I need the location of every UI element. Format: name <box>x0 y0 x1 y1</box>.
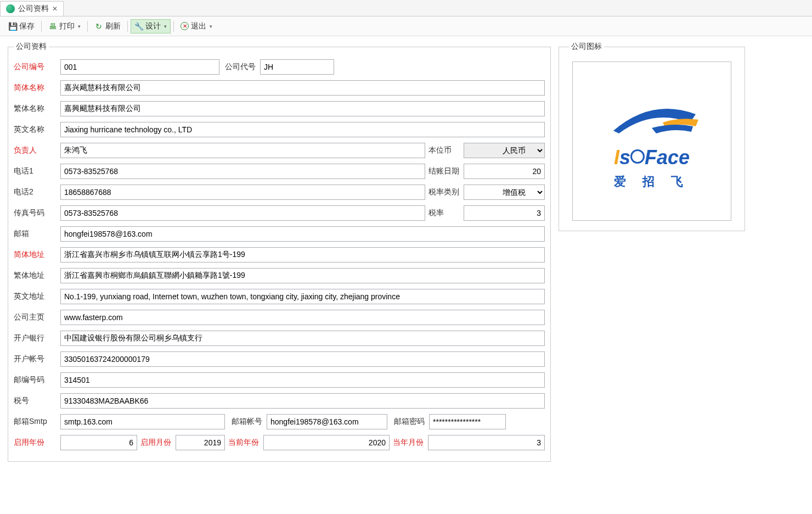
label-tax-category: 税率类别 <box>425 187 464 197</box>
postcode-input[interactable] <box>60 372 545 388</box>
company-no-input[interactable] <box>60 59 219 75</box>
label-name-simp: 简体名称 <box>14 83 60 93</box>
tab-bar: 公司资料 ✕ <box>0 0 812 16</box>
group-right-legend: 公司图标 <box>569 42 604 52</box>
separator <box>41 21 42 32</box>
current-month-input[interactable] <box>428 435 545 450</box>
label-homepage: 公司主页 <box>14 312 60 322</box>
refresh-button[interactable]: ↻ 刷新 <box>91 19 125 33</box>
name-trad-input[interactable] <box>60 101 545 116</box>
label-principal: 负责人 <box>14 146 60 155</box>
homepage-input[interactable] <box>60 310 545 325</box>
label-email: 邮箱 <box>14 229 60 239</box>
label-current-month: 当年月份 <box>390 438 428 448</box>
label-fax: 传真号码 <box>14 208 60 218</box>
company-info-group: 公司资料 公司编号 公司代号 简体名称 繁体名称 英文名称 负责人 本位币 人民… <box>8 42 551 462</box>
bank-input[interactable] <box>60 331 545 346</box>
addr-simp-input[interactable] <box>60 247 545 262</box>
smtp-input[interactable] <box>60 414 225 429</box>
fax-input[interactable] <box>60 205 425 221</box>
addr-en-input[interactable] <box>60 289 545 304</box>
refresh-label: 刷新 <box>105 21 121 31</box>
tax-rate-input[interactable] <box>464 205 545 221</box>
chevron-down-icon: ▾ <box>210 24 212 29</box>
label-name-trad: 繁体名称 <box>14 104 60 114</box>
label-smtp: 邮箱Smtp <box>14 417 60 427</box>
tax-no-input[interactable] <box>60 393 545 409</box>
closing-date-input[interactable] <box>464 164 545 179</box>
enable-month-input[interactable] <box>176 435 225 450</box>
name-en-input[interactable] <box>60 122 545 137</box>
label-name-en: 英文名称 <box>14 125 60 135</box>
label-closing-date: 结账日期 <box>425 166 464 176</box>
toolbar: 💾 保存 🖶 打印 ▾ ↻ 刷新 🔧 设计 ▾ ✕ 退出 ▾ <box>0 16 812 36</box>
separator <box>173 21 174 32</box>
label-phone1: 电话1 <box>14 166 60 176</box>
label-company-code: 公司代号 <box>222 62 260 72</box>
label-addr-trad: 繁体地址 <box>14 271 60 281</box>
company-logo[interactable]: IsFace 爱 招 飞 <box>572 62 731 221</box>
label-tax-no: 税号 <box>14 396 60 406</box>
group-left-legend: 公司资料 <box>14 42 49 52</box>
label-email-pwd: 邮箱密码 <box>391 417 429 427</box>
email-input[interactable] <box>60 226 545 242</box>
exit-label: 退出 <box>191 21 206 31</box>
phone2-input[interactable] <box>60 185 425 200</box>
label-enable-month: 启用月份 <box>137 438 176 448</box>
company-code-input[interactable] <box>260 59 334 75</box>
design-button[interactable]: 🔧 设计 ▾ <box>131 19 171 33</box>
globe-icon <box>6 4 15 13</box>
logo-swoosh-icon <box>597 92 707 142</box>
tab-company-info[interactable]: 公司资料 ✕ <box>0 1 64 16</box>
chevron-down-icon: ▾ <box>78 24 81 29</box>
chevron-down-icon: ▾ <box>164 24 167 29</box>
enable-year-input[interactable] <box>60 435 137 450</box>
phone1-input[interactable] <box>60 164 425 179</box>
tab-title: 公司资料 <box>18 4 49 14</box>
exit-button[interactable]: ✕ 退出 ▾ <box>177 19 216 33</box>
save-icon: 💾 <box>8 22 17 31</box>
print-button[interactable]: 🖶 打印 ▾ <box>44 19 84 33</box>
label-bank: 开户银行 <box>14 333 60 343</box>
base-currency-select[interactable]: 人民币 <box>464 143 545 158</box>
separator <box>127 21 128 32</box>
label-tax-rate: 税率 <box>425 208 464 218</box>
label-current-year: 当前年份 <box>225 438 263 448</box>
label-account: 开户帐号 <box>14 354 60 364</box>
label-email-account: 邮箱帐号 <box>228 417 267 427</box>
close-icon[interactable]: ✕ <box>52 5 58 13</box>
content-area: 公司资料 公司编号 公司代号 简体名称 繁体名称 英文名称 负责人 本位币 人民… <box>0 36 812 467</box>
print-label: 打印 <box>59 21 75 31</box>
label-phone2: 电话2 <box>14 187 60 197</box>
refresh-icon: ↻ <box>94 22 103 31</box>
current-year-input[interactable] <box>263 435 390 450</box>
save-button[interactable]: 💾 保存 <box>4 19 38 33</box>
separator <box>87 21 88 32</box>
label-company-no: 公司编号 <box>14 62 60 72</box>
principal-input[interactable] <box>60 143 425 158</box>
tax-category-select[interactable]: 增值税 <box>464 185 545 200</box>
logo-sub-text: 爱 招 飞 <box>614 174 690 190</box>
label-enable-year: 启用年份 <box>14 438 60 448</box>
label-base-currency: 本位币 <box>425 146 464 155</box>
name-simp-input[interactable] <box>60 80 545 96</box>
email-account-input[interactable] <box>267 414 387 429</box>
label-addr-en: 英文地址 <box>14 292 60 301</box>
label-addr-simp: 简体地址 <box>14 250 60 260</box>
addr-trad-input[interactable] <box>60 268 545 283</box>
wrench-icon: 🔧 <box>134 22 143 31</box>
email-pwd-input[interactable] <box>429 414 506 429</box>
label-postcode: 邮编号码 <box>14 375 60 385</box>
exit-icon: ✕ <box>181 22 189 30</box>
account-input[interactable] <box>60 351 545 367</box>
save-label: 保存 <box>19 21 35 31</box>
company-logo-group: 公司图标 IsFace 爱 招 飞 <box>559 42 745 231</box>
print-icon: 🖶 <box>48 22 57 31</box>
logo-brand-text: IsFace <box>614 146 690 169</box>
design-label: 设计 <box>145 21 161 31</box>
